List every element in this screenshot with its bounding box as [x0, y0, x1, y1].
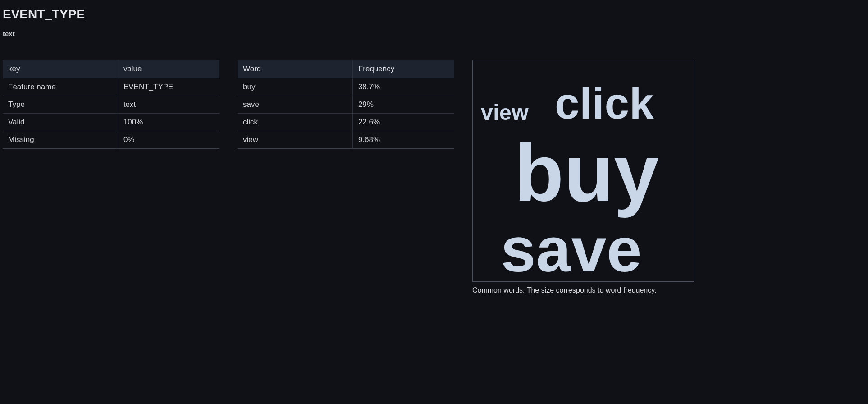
cell-value: 0%: [118, 131, 219, 149]
col-word: Word: [238, 60, 352, 78]
page-title: EVENT_TYPE: [3, 7, 865, 22]
cell-value: EVENT_TYPE: [118, 78, 219, 96]
col-freq: Frequency: [352, 60, 454, 78]
cell-key: Valid: [3, 114, 118, 131]
cell-key: Missing: [3, 131, 118, 149]
table-row: view 9.68%: [238, 131, 454, 149]
table-row: buy 38.7%: [238, 78, 454, 96]
table-row: Missing 0%: [3, 131, 219, 149]
cloud-word-buy: buy: [514, 133, 659, 214]
table-row: Valid 100%: [3, 114, 219, 131]
cell-key: Type: [3, 96, 118, 114]
col-value: value: [118, 60, 219, 78]
cell-word: buy: [238, 78, 352, 96]
table-header-row: Word Frequency: [238, 60, 454, 78]
table-row: Feature name EVENT_TYPE: [3, 78, 219, 96]
cell-value: text: [118, 96, 219, 114]
cell-freq: 38.7%: [352, 78, 454, 96]
cell-word: click: [238, 114, 352, 131]
table-row: Type text: [3, 96, 219, 114]
cell-key: Feature name: [3, 78, 118, 96]
cell-freq: 29%: [352, 96, 454, 114]
feature-type-label: text: [3, 30, 865, 37]
cell-word: save: [238, 96, 352, 114]
col-key: key: [3, 60, 118, 78]
cloud-word-save: save: [501, 218, 642, 281]
cell-word: view: [238, 131, 352, 149]
cloud-word-click: click: [555, 81, 654, 125]
table-row: save 29%: [238, 96, 454, 114]
cell-freq: 9.68%: [352, 131, 454, 149]
word-frequency-table: Word Frequency buy 38.7% save 29% click …: [238, 60, 454, 149]
table-row: click 22.6%: [238, 114, 454, 131]
cell-freq: 22.6%: [352, 114, 454, 131]
word-cloud-caption: Common words. The size corresponds to wo…: [472, 286, 694, 294]
cloud-word-view: view: [481, 102, 529, 124]
feature-summary-table: key value Feature name EVENT_TYPE Type t…: [3, 60, 219, 149]
table-header-row: key value: [3, 60, 219, 78]
word-cloud: view click buy save: [472, 60, 694, 282]
cell-value: 100%: [118, 114, 219, 131]
